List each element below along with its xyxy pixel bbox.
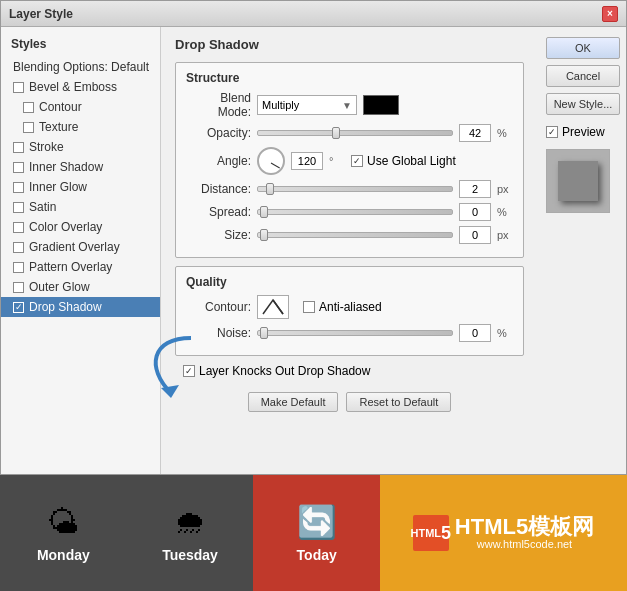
taskbar: 🌤 Monday 🌧 Tuesday 🔄 Today HTML5 HTML5模板… xyxy=(0,475,627,591)
sidebar-item-outer-glow[interactable]: Outer Glow xyxy=(1,277,160,297)
drop-shadow-label: Drop Shadow xyxy=(29,300,102,314)
sidebar-item-blending[interactable]: Blending Options: Default xyxy=(1,57,160,77)
reset-default-button[interactable]: Reset to Default xyxy=(346,392,451,412)
sidebar-item-bevel-emboss[interactable]: Bevel & Emboss xyxy=(1,77,160,97)
sidebar-item-contour[interactable]: Contour xyxy=(1,97,160,117)
sidebar-item-color-overlay[interactable]: Color Overlay xyxy=(1,217,160,237)
pattern-overlay-checkbox[interactable] xyxy=(13,262,24,273)
anti-aliased-wrapper[interactable]: Anti-aliased xyxy=(303,300,382,314)
sidebar-item-inner-glow[interactable]: Inner Glow xyxy=(1,177,160,197)
opacity-slider-track[interactable] xyxy=(257,130,453,136)
pattern-overlay-label: Pattern Overlay xyxy=(29,260,112,274)
use-global-light-label: Use Global Light xyxy=(367,154,456,168)
quality-title: Quality xyxy=(186,275,513,289)
inner-shadow-checkbox[interactable] xyxy=(13,162,24,173)
angle-row: Angle: ° Use Global Light xyxy=(186,147,513,175)
drop-shadow-checkbox[interactable] xyxy=(13,302,24,313)
noise-slider-thumb[interactable] xyxy=(260,327,268,339)
size-slider-thumb[interactable] xyxy=(260,229,268,241)
color-overlay-checkbox[interactable] xyxy=(13,222,24,233)
weather-panel: 🌤 Monday 🌧 Tuesday 🔄 Today xyxy=(0,475,380,591)
sidebar-item-drop-shadow[interactable]: Drop Shadow xyxy=(1,297,160,317)
contour-checkbox[interactable] xyxy=(23,102,34,113)
anti-aliased-checkbox[interactable] xyxy=(303,301,315,313)
structure-section: Structure Blend Mode: Multiply ▼ Opacity… xyxy=(175,62,524,258)
texture-checkbox[interactable] xyxy=(23,122,34,133)
blend-mode-row: Blend Mode: Multiply ▼ xyxy=(186,91,513,119)
sidebar-item-texture[interactable]: Texture xyxy=(1,117,160,137)
close-button[interactable]: × xyxy=(602,6,618,22)
bevel-emboss-label: Bevel & Emboss xyxy=(29,80,117,94)
opacity-slider-container xyxy=(257,130,453,136)
angle-needle xyxy=(271,163,280,169)
dropdown-arrow-icon: ▼ xyxy=(342,100,352,111)
weather-today[interactable]: 🔄 Today xyxy=(253,475,380,591)
size-slider-track[interactable] xyxy=(257,232,453,238)
make-default-button[interactable]: Make Default xyxy=(248,392,339,412)
structure-title: Structure xyxy=(186,71,513,85)
inner-glow-checkbox[interactable] xyxy=(13,182,24,193)
new-style-button[interactable]: New Style... xyxy=(546,93,620,115)
blend-color-swatch[interactable] xyxy=(363,95,399,115)
spread-slider-container xyxy=(257,209,453,215)
blend-mode-value: Multiply xyxy=(262,99,299,111)
cancel-button[interactable]: Cancel xyxy=(546,65,620,87)
layer-knocks-checkbox[interactable] xyxy=(183,365,195,377)
gradient-overlay-checkbox[interactable] xyxy=(13,242,24,253)
size-slider-container xyxy=(257,232,453,238)
blending-label: Blending Options: Default xyxy=(13,60,149,74)
noise-input[interactable] xyxy=(459,324,491,342)
opacity-input[interactable] xyxy=(459,124,491,142)
spread-input[interactable] xyxy=(459,203,491,221)
use-global-light-checkbox[interactable] xyxy=(351,155,363,167)
weather-monday[interactable]: 🌤 Monday xyxy=(0,475,127,591)
sidebar-item-stroke[interactable]: Stroke xyxy=(1,137,160,157)
size-input[interactable] xyxy=(459,226,491,244)
spread-row: Spread: % xyxy=(186,203,513,221)
blend-mode-select[interactable]: Multiply ▼ xyxy=(257,95,357,115)
sidebar: Styles Blending Options: Default Bevel &… xyxy=(1,27,161,474)
distance-slider-track[interactable] xyxy=(257,186,453,192)
layer-knocks-label: Layer Knocks Out Drop Shadow xyxy=(199,364,370,378)
noise-slider-track[interactable] xyxy=(257,330,453,336)
contour-preview[interactable] xyxy=(257,295,289,319)
contour-label: Contour xyxy=(39,100,82,114)
html5-badge[interactable]: HTML5 HTML5模板网 www.html5code.net xyxy=(380,475,627,591)
drop-shadow-heading: Drop Shadow xyxy=(175,37,524,52)
preview-checkbox[interactable] xyxy=(546,126,558,138)
sidebar-item-gradient-overlay[interactable]: Gradient Overlay xyxy=(1,237,160,257)
layer-knocks-wrapper[interactable]: Layer Knocks Out Drop Shadow xyxy=(183,364,524,378)
opacity-label: Opacity: xyxy=(186,126,251,140)
satin-checkbox[interactable] xyxy=(13,202,24,213)
noise-slider-container xyxy=(257,330,453,336)
outer-glow-label: Outer Glow xyxy=(29,280,90,294)
sidebar-item-inner-shadow[interactable]: Inner Shadow xyxy=(1,157,160,177)
distance-label: Distance: xyxy=(186,182,251,196)
angle-dial[interactable] xyxy=(257,147,285,175)
stroke-checkbox[interactable] xyxy=(13,142,24,153)
layer-style-dialog: Layer Style × Styles Blending Options: D… xyxy=(0,0,627,475)
inner-glow-label: Inner Glow xyxy=(29,180,87,194)
contour-preview-svg xyxy=(261,298,285,316)
html5-title: HTML5模板网 xyxy=(455,516,594,538)
right-panel: OK Cancel New Style... Preview xyxy=(538,27,626,474)
quality-section: Quality Contour: Anti-aliased xyxy=(175,266,524,356)
spread-slider-track[interactable] xyxy=(257,209,453,215)
outer-glow-checkbox[interactable] xyxy=(13,282,24,293)
ok-button[interactable]: OK xyxy=(546,37,620,59)
sidebar-item-pattern-overlay[interactable]: Pattern Overlay xyxy=(1,257,160,277)
stroke-label: Stroke xyxy=(29,140,64,154)
contour-label: Contour: xyxy=(186,300,251,314)
bevel-emboss-checkbox[interactable] xyxy=(13,82,24,93)
preview-box xyxy=(546,149,610,213)
use-global-light-wrapper[interactable]: Use Global Light xyxy=(351,154,456,168)
weather-tuesday[interactable]: 🌧 Tuesday xyxy=(127,475,254,591)
distance-input[interactable] xyxy=(459,180,491,198)
opacity-slider-thumb[interactable] xyxy=(332,127,340,139)
color-overlay-label: Color Overlay xyxy=(29,220,102,234)
sidebar-item-satin[interactable]: Satin xyxy=(1,197,160,217)
distance-slider-thumb[interactable] xyxy=(266,183,274,195)
spread-slider-thumb[interactable] xyxy=(260,206,268,218)
angle-input[interactable] xyxy=(291,152,323,170)
title-bar: Layer Style × xyxy=(1,1,626,27)
